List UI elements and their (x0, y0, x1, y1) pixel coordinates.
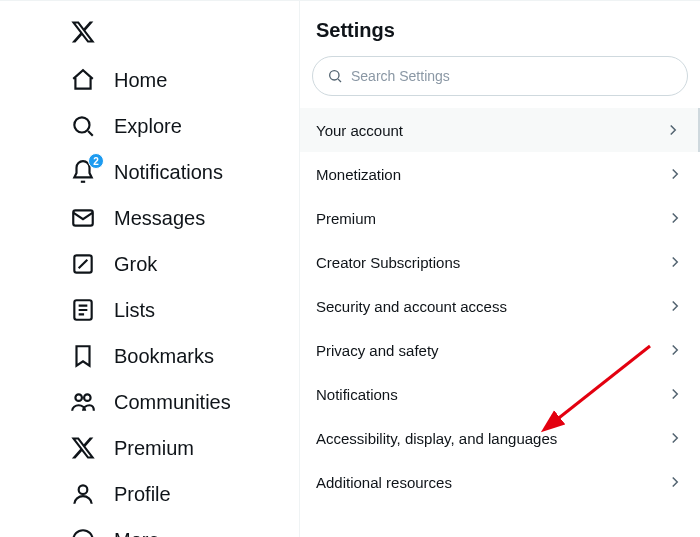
sidebar-item-lists[interactable]: Lists (60, 287, 299, 333)
svg-point-5 (84, 394, 91, 401)
chevron-right-icon (666, 297, 684, 315)
more-icon (70, 527, 96, 537)
sidebar-item-home[interactable]: Home (60, 57, 299, 103)
settings-item-label: Creator Subscriptions (316, 254, 460, 271)
sidebar-item-bookmarks[interactable]: Bookmarks (60, 333, 299, 379)
sidebar-item-messages[interactable]: Messages (60, 195, 299, 241)
page-title: Settings (300, 19, 700, 56)
sidebar-item-communities[interactable]: Communities (60, 379, 299, 425)
sidebar-item-label: Explore (114, 115, 182, 138)
sidebar-item-label: Grok (114, 253, 157, 276)
settings-item-label: Notifications (316, 386, 398, 403)
sidebar-item-premium[interactable]: Premium (60, 425, 299, 471)
sidebar-item-label: Home (114, 69, 167, 92)
chevron-right-icon (666, 473, 684, 491)
settings-item-privacy[interactable]: Privacy and safety (300, 328, 700, 372)
sidebar-item-label: More (114, 529, 160, 538)
search-icon (70, 113, 96, 139)
settings-item-premium[interactable]: Premium (300, 196, 700, 240)
sidebar-item-notifications[interactable]: 2 Notifications (60, 149, 299, 195)
sidebar-item-label: Premium (114, 437, 194, 460)
settings-item-label: Additional resources (316, 474, 452, 491)
chevron-right-icon (666, 165, 684, 183)
settings-item-creator-subscriptions[interactable]: Creator Subscriptions (300, 240, 700, 284)
settings-item-label: Monetization (316, 166, 401, 183)
grok-icon (70, 251, 96, 277)
search-icon (327, 68, 343, 84)
home-icon (70, 67, 96, 93)
settings-item-label: Privacy and safety (316, 342, 439, 359)
x-logo-icon (70, 19, 287, 45)
sidebar-item-label: Notifications (114, 161, 223, 184)
chevron-right-icon (666, 341, 684, 359)
x-logo-icon (70, 435, 96, 461)
chevron-right-icon (664, 121, 682, 139)
settings-item-label: Security and account access (316, 298, 507, 315)
logo[interactable] (60, 9, 299, 57)
chevron-right-icon (666, 209, 684, 227)
svg-point-0 (74, 117, 89, 132)
search-input[interactable] (351, 68, 673, 84)
settings-item-label: Premium (316, 210, 376, 227)
sidebar-item-label: Communities (114, 391, 231, 414)
settings-item-your-account[interactable]: Your account (300, 108, 700, 152)
bookmark-icon (70, 343, 96, 369)
bell-icon: 2 (70, 159, 96, 185)
svg-point-11 (330, 71, 339, 80)
notification-badge: 2 (88, 153, 104, 169)
sidebar-item-label: Lists (114, 299, 155, 322)
settings-item-notifications[interactable]: Notifications (300, 372, 700, 416)
lists-icon (70, 297, 96, 323)
communities-icon (70, 389, 96, 415)
settings-item-monetization[interactable]: Monetization (300, 152, 700, 196)
sidebar-item-label: Profile (114, 483, 171, 506)
sidebar-item-grok[interactable]: Grok (60, 241, 299, 287)
svg-point-4 (75, 394, 82, 401)
settings-item-additional-resources[interactable]: Additional resources (300, 460, 700, 504)
settings-item-accessibility[interactable]: Accessibility, display, and languages (300, 416, 700, 460)
search-settings[interactable] (312, 56, 688, 96)
svg-point-7 (73, 530, 93, 537)
settings-panel: Settings Your account Monetization Premi… (300, 1, 700, 537)
profile-icon (70, 481, 96, 507)
sidebar-item-more[interactable]: More (60, 517, 299, 537)
settings-item-label: Your account (316, 122, 403, 139)
sidebar-item-label: Messages (114, 207, 205, 230)
sidebar-item-label: Bookmarks (114, 345, 214, 368)
envelope-icon (70, 205, 96, 231)
settings-item-security[interactable]: Security and account access (300, 284, 700, 328)
sidebar-item-explore[interactable]: Explore (60, 103, 299, 149)
settings-item-label: Accessibility, display, and languages (316, 430, 557, 447)
svg-point-6 (79, 485, 88, 494)
chevron-right-icon (666, 429, 684, 447)
chevron-right-icon (666, 385, 684, 403)
sidebar-item-profile[interactable]: Profile (60, 471, 299, 517)
sidebar: Home Explore 2 Notifications Messages (0, 1, 300, 537)
chevron-right-icon (666, 253, 684, 271)
